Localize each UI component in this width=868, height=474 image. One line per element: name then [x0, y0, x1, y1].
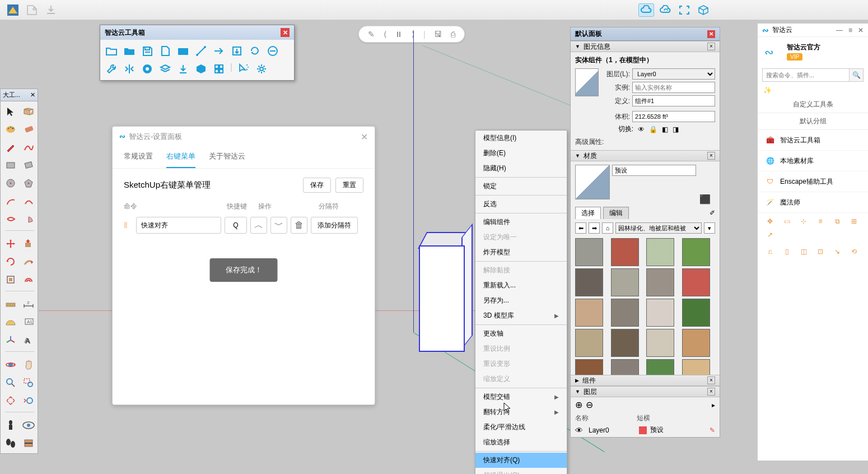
dim-tool-icon[interactable]: 3'	[21, 296, 36, 312]
box-small-icon[interactable]: ▭	[781, 217, 792, 225]
zoomwin-tool-icon[interactable]	[21, 375, 36, 391]
search-icon[interactable]: 🔍	[849, 68, 864, 82]
position-camera-icon[interactable]	[3, 417, 18, 433]
selected-cube[interactable]	[419, 232, 473, 356]
material-swatch[interactable]	[611, 238, 639, 266]
delete-icon[interactable]: 🗑	[291, 217, 307, 234]
menu-icon[interactable]: ≡	[848, 26, 852, 34]
material-swatch[interactable]	[646, 268, 674, 296]
move-tool-icon[interactable]	[3, 236, 18, 252]
gear-icon[interactable]	[255, 62, 268, 76]
material-swatch[interactable]	[646, 359, 674, 375]
material-swatch[interactable]	[682, 329, 710, 357]
grid-icon[interactable]	[212, 62, 226, 76]
material-close[interactable]: ×	[707, 152, 715, 160]
fullscreen-icon[interactable]	[676, 3, 692, 17]
material-swatch[interactable]	[682, 299, 710, 327]
context-menu-item[interactable]: 模型交错▶	[475, 389, 567, 405]
context-menu-item[interactable]: 柔化/平滑边线	[475, 420, 567, 435]
select-tool-icon[interactable]	[3, 104, 18, 119]
rotrect-tool-icon[interactable]	[21, 157, 36, 173]
eraser-tool-icon[interactable]	[21, 122, 36, 137]
context-menu-item[interactable]: 另存为...	[475, 293, 567, 308]
layer-visibility-icon[interactable]: 👁	[575, 426, 585, 435]
walk-tool-icon[interactable]	[3, 435, 18, 451]
default-group-tab[interactable]: 默认分组	[758, 113, 868, 130]
mirror-icon[interactable]	[123, 62, 136, 76]
instance-input[interactable]	[632, 82, 715, 93]
material-swatch[interactable]	[575, 359, 603, 375]
context-menu-item[interactable]: 炸开模型	[475, 245, 567, 260]
context-menu-item[interactable]: 隐藏(H)	[475, 161, 567, 176]
shadow-recv-icon[interactable]: ◨	[673, 126, 679, 133]
zoomext-tool-icon[interactable]	[3, 393, 18, 408]
mat-home-icon[interactable]: ⌂	[602, 222, 613, 234]
context-menu-item[interactable]: 更改轴	[475, 326, 567, 341]
layers2-icon[interactable]: ≡	[815, 217, 826, 225]
layers-close[interactable]: ×	[707, 388, 715, 396]
scale-tool-icon[interactable]	[3, 272, 18, 287]
text-tool-icon[interactable]: A1	[21, 314, 36, 330]
ir2a-icon[interactable]: ⎌	[764, 248, 776, 255]
eyedropper-icon[interactable]: ✐	[710, 209, 715, 217]
magic-wand-icon[interactable]: ✨	[763, 86, 772, 94]
context-menu-item[interactable]: 编辑组件	[475, 215, 567, 230]
context-menu-item[interactable]: 反选	[475, 197, 567, 212]
prev-view-icon[interactable]	[21, 393, 36, 408]
mat-back-icon[interactable]: ⬅	[575, 222, 586, 234]
material-name-input[interactable]	[612, 165, 696, 176]
paint-tool-icon[interactable]	[3, 122, 18, 137]
components-close[interactable]: ×	[707, 377, 715, 384]
context-menu-item[interactable]: 模型信息(I)	[475, 131, 567, 146]
material-category-select[interactable]: 园林绿化、地被层和植被	[615, 222, 702, 234]
panel-close-icon[interactable]: ✕	[707, 30, 715, 38]
cursor-sparkle-icon[interactable]	[237, 62, 250, 76]
plugin-list-item[interactable]: 🪄魔法师	[758, 192, 868, 213]
tag-icon[interactable]	[25, 3, 39, 17]
offset-tool-icon[interactable]	[21, 272, 36, 287]
remove-layer-icon[interactable]: ⊖	[586, 399, 593, 410]
orbit-tool-icon[interactable]	[3, 357, 18, 373]
toolbox-close-icon[interactable]: ✕	[281, 28, 290, 37]
3dtext-tool-icon[interactable]: AA	[21, 332, 36, 348]
pause-icon[interactable]: ⏸	[395, 30, 403, 39]
axes-tool-icon[interactable]	[3, 332, 18, 348]
tab-general[interactable]: 常规设置	[124, 147, 153, 168]
layers-icon[interactable]	[158, 62, 172, 76]
line-icon[interactable]	[194, 44, 208, 58]
cloud-sync-icon[interactable]	[657, 3, 673, 17]
grid2-icon[interactable]: ⊞	[848, 217, 860, 225]
material-swatch[interactable]	[646, 238, 674, 266]
material-swatch[interactable]	[575, 238, 603, 266]
ir2f-icon[interactable]: ⟲	[848, 248, 860, 255]
shadow-cast-icon[interactable]: ◧	[662, 126, 668, 133]
close-icon[interactable]: ✕	[858, 26, 864, 34]
tab-context-menu[interactable]: 右键菜单	[166, 147, 195, 168]
section-tool-icon[interactable]	[21, 435, 36, 451]
material-swatch[interactable]	[611, 329, 639, 357]
pushpull-tool-icon[interactable]	[21, 236, 36, 252]
add-layer-icon[interactable]: ⊕	[575, 399, 582, 410]
polygon-tool-icon[interactable]	[21, 175, 36, 191]
move-down-icon[interactable]: ﹀	[270, 217, 287, 234]
pan-tool-icon[interactable]	[21, 357, 36, 373]
move-up-icon[interactable]: ︿	[250, 217, 267, 234]
arc-tool-icon[interactable]	[3, 193, 18, 209]
context-menu-item[interactable]: 3D 模型库▶	[475, 308, 567, 323]
context-menu-item[interactable]: 快速对齐(Q)	[475, 453, 567, 468]
pencil-tool-icon[interactable]	[3, 140, 18, 155]
ir2e-icon[interactable]: ↘	[832, 248, 843, 255]
material-swatch[interactable]	[682, 238, 710, 266]
material-swatch[interactable]	[575, 268, 603, 296]
context-menu-item[interactable]: 重新载入...	[475, 278, 567, 293]
entity-info-close[interactable]: ×	[707, 43, 715, 50]
mat-fwd-icon[interactable]: ➡	[589, 222, 600, 234]
layers-hdr[interactable]: 图层	[584, 387, 597, 397]
material-swatch[interactable]	[575, 299, 603, 327]
material-tab-select[interactable]: 选择	[575, 207, 601, 219]
layer-menu-icon[interactable]: ▸	[712, 401, 715, 409]
visibility-icon[interactable]: 👁	[638, 126, 645, 133]
document-icon[interactable]	[158, 44, 172, 58]
material-swatch[interactable]	[575, 329, 603, 357]
arc2-tool-icon[interactable]	[21, 193, 36, 209]
